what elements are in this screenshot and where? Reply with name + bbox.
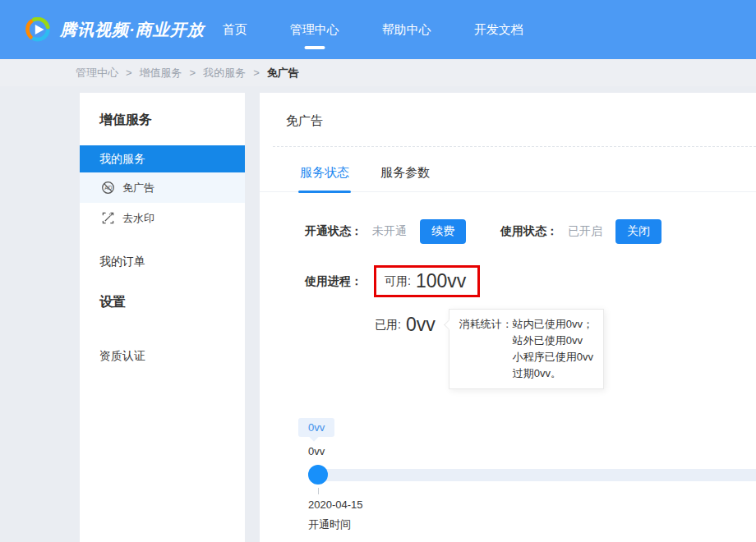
tooltip-line-offsite: 站外已使用0vv [513, 333, 593, 349]
slider-handle[interactable] [308, 465, 328, 485]
brand-logo[interactable]: 腾讯视频·商业开放 [25, 17, 205, 42]
tencent-video-play-icon [25, 17, 53, 42]
dashed-divider [273, 146, 756, 147]
breadcrumb-separator: > [126, 67, 132, 79]
breadcrumb-separator: > [253, 67, 260, 79]
nav-item-home[interactable]: 首页 [223, 17, 247, 43]
nav-item-help-center-label: 帮助中心 [382, 22, 431, 36]
sidebar-item-remove-watermark-label: 去水印 [122, 211, 154, 226]
remove-watermark-icon [101, 211, 115, 225]
active-tab-indicator [298, 191, 351, 193]
nav-item-dev-docs-label: 开发文档 [474, 22, 523, 36]
sidebar-item-my-services-label: 我的服务 [99, 152, 145, 167]
sidebar-item-no-ad-label: 免广告 [122, 181, 154, 195]
status-row: 开通状态： 未开通 续费 使用状态： 已开启 关闭 [305, 219, 756, 244]
top-header: 腾讯视频·商业开放 首页 管理中心 帮助中心 开发文档 [0, 0, 756, 59]
used-row: 已用: 0vv 消耗统计： 站内已使用0vv； 站外已使用0vv 小程序已使用0… [375, 309, 756, 389]
sidebar-item-my-services[interactable]: 我的服务 [80, 145, 245, 172]
no-ad-icon: AD [101, 181, 115, 195]
use-status-value: 已开启 [568, 224, 602, 239]
slider-track[interactable] [308, 469, 756, 481]
nav-item-home-label: 首页 [223, 22, 247, 36]
page-body: 增值服务 我的服务 AD 免广告 [0, 93, 756, 542]
usage-progress-row: 使用进程： 可用: 100vv [305, 265, 756, 297]
use-status-group: 使用状态： 已开启 关闭 [500, 219, 662, 244]
page-title: 免广告 [286, 113, 756, 129]
tooltip-line-miniprogram: 小程序已使用0vv [513, 349, 593, 365]
nav-item-dev-docs[interactable]: 开发文档 [474, 17, 523, 43]
breadcrumb-value-added-services[interactable]: 增值服务 [140, 66, 182, 80]
usage-slider-section: 0vv 0vv 2020-04-15 开通时间 [298, 418, 756, 532]
sidebar-section-value-added-services: 增值服务 [80, 93, 245, 145]
slider-track-wrap [308, 465, 756, 485]
sidebar-item-remove-watermark[interactable]: 去水印 [80, 203, 245, 233]
slider-value-badge: 0vv [298, 418, 334, 437]
renew-button[interactable]: 续费 [420, 219, 466, 244]
open-status-value: 未开通 [372, 224, 407, 239]
tab-service-status-label: 服务状态 [300, 165, 349, 179]
nav-item-management-center[interactable]: 管理中心 [290, 17, 339, 43]
sidebar-item-qualification-certification[interactable]: 资质认证 [80, 328, 245, 364]
breadcrumb-my-services[interactable]: 我的服务 [203, 66, 246, 80]
activation-date: 2020-04-15 [308, 498, 756, 511]
nav-item-help-center[interactable]: 帮助中心 [382, 17, 431, 43]
open-status-label: 开通状态： [305, 224, 362, 239]
used-label: 已用: [375, 318, 401, 333]
slider-point-label: 0vv [308, 445, 756, 457]
tooltip-line-expired: 过期0vv。 [513, 365, 593, 382]
tooltip-line-onsite: 站内已使用0vv； [513, 316, 593, 333]
sidebar-item-no-ad[interactable]: AD 免广告 [80, 172, 245, 203]
close-button[interactable]: 关闭 [615, 219, 662, 244]
main-panel: 免广告 服务状态 服务参数 开通状态： 未开通 续费 使用状态： 已开启 关闭 [260, 93, 756, 542]
available-value: 100vv [416, 270, 466, 292]
slider-value-badge-label: 0vv [308, 421, 325, 434]
breadcrumb-management-center[interactable]: 管理中心 [76, 66, 118, 80]
usage-progress-label: 使用进程： [305, 274, 362, 289]
nav-item-management-center-label: 管理中心 [290, 22, 339, 36]
breadcrumb-separator: > [190, 67, 196, 79]
active-nav-indicator [304, 46, 325, 49]
main-nav: 首页 管理中心 帮助中心 开发文档 [223, 17, 566, 43]
activation-date-caption: 开通时间 [308, 517, 756, 532]
sidebar: 增值服务 我的服务 AD 免广告 [80, 93, 245, 542]
badge-caret-down [309, 432, 318, 441]
consumption-tooltip-lines: 站内已使用0vv； 站外已使用0vv 小程序已使用0vv 过期0vv。 [513, 316, 593, 382]
tooltip-arrow-left [444, 319, 454, 330]
tab-service-params-label: 服务参数 [380, 165, 430, 179]
sidebar-section-settings: 设置 [80, 269, 245, 328]
consumption-tooltip: 消耗统计： 站内已使用0vv； 站外已使用0vv 小程序已使用0vv 过期0vv… [449, 309, 604, 389]
breadcrumb: 管理中心 > 增值服务 > 我的服务 > 免广告 [0, 59, 756, 86]
tab-service-status[interactable]: 服务状态 [300, 165, 349, 191]
tab-bar: 服务状态 服务参数 [260, 165, 756, 192]
available-highlight-box: 可用: 100vv [374, 265, 480, 297]
tab-service-params[interactable]: 服务参数 [380, 165, 430, 191]
slider-tick-mark [318, 488, 319, 494]
brand-title: 腾讯视频·商业开放 [60, 19, 205, 41]
breadcrumb-current-no-ad: 免广告 [267, 66, 299, 80]
use-status-label: 使用状态： [500, 224, 558, 239]
sidebar-item-my-orders[interactable]: 我的订单 [80, 233, 245, 269]
used-value: 0vv [406, 314, 436, 336]
available-label: 可用: [385, 274, 411, 289]
consumption-tooltip-title: 消耗统计： [459, 316, 513, 382]
tab-content: 开通状态： 未开通 续费 使用状态： 已开启 关闭 使用进程： 可用: 100v… [260, 219, 756, 532]
used-pair: 已用: 0vv [375, 314, 436, 336]
